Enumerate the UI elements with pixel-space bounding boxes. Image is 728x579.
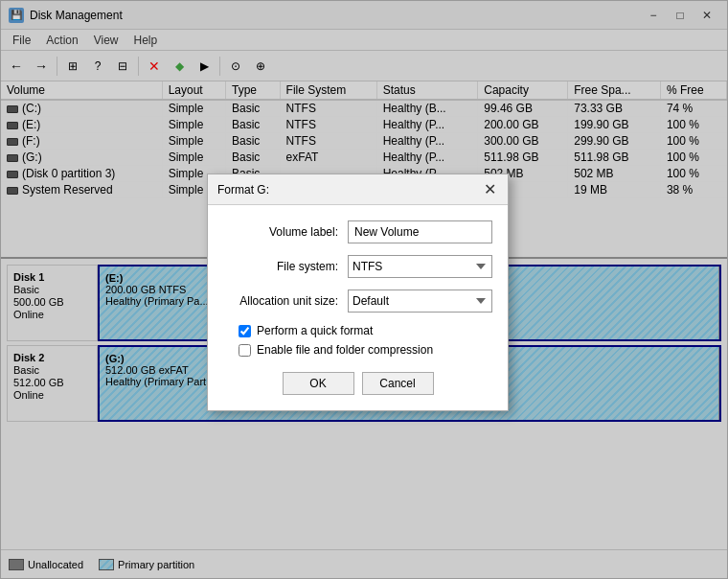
quick-format-label: Perform a quick format <box>239 324 492 337</box>
main-window: 💾 Disk Management − □ ✕ File Action View… <box>0 0 728 579</box>
ok-button[interactable]: OK <box>283 372 354 395</box>
volume-label-text: Volume label: <box>223 225 348 239</box>
volume-label-input[interactable] <box>348 220 492 243</box>
modal-close-button[interactable]: ✕ <box>482 180 498 198</box>
quick-format-checkbox[interactable] <box>239 325 251 337</box>
modal-buttons: OK Cancel <box>223 368 492 395</box>
modal-title-bar: Format G: ✕ <box>208 174 508 205</box>
modal-title-text: Format G: <box>217 183 269 197</box>
format-dialog: Format G: ✕ Volume label: File system: <box>207 174 509 411</box>
allocation-row: Allocation unit size: Default 512 1024 2… <box>223 290 492 313</box>
quick-format-text: Perform a quick format <box>257 324 373 337</box>
compression-label: Enable file and folder compression <box>239 343 492 357</box>
allocation-select[interactable]: Default 512 1024 2048 4096 <box>348 290 492 313</box>
compression-checkbox[interactable] <box>239 344 251 357</box>
file-system-text: File system: <box>223 260 348 273</box>
file-system-control: NTFS FAT32 exFAT FAT <box>348 255 492 278</box>
checkboxes-section: Perform a quick format Enable file and f… <box>223 324 492 357</box>
file-system-row: File system: NTFS FAT32 exFAT FAT <box>223 255 492 278</box>
allocation-control: Default 512 1024 2048 4096 <box>348 290 492 313</box>
file-system-select[interactable]: NTFS FAT32 exFAT FAT <box>348 255 492 278</box>
volume-label-control <box>348 220 492 243</box>
volume-label-row: Volume label: <box>223 220 492 243</box>
compression-text: Enable file and folder compression <box>257 343 433 357</box>
modal-body: Volume label: File system: NTFS FAT32 ex… <box>208 205 508 410</box>
allocation-text: Allocation unit size: <box>223 294 348 308</box>
modal-overlay: Format G: ✕ Volume label: File system: <box>1 1 727 578</box>
cancel-button[interactable]: Cancel <box>362 372 434 395</box>
